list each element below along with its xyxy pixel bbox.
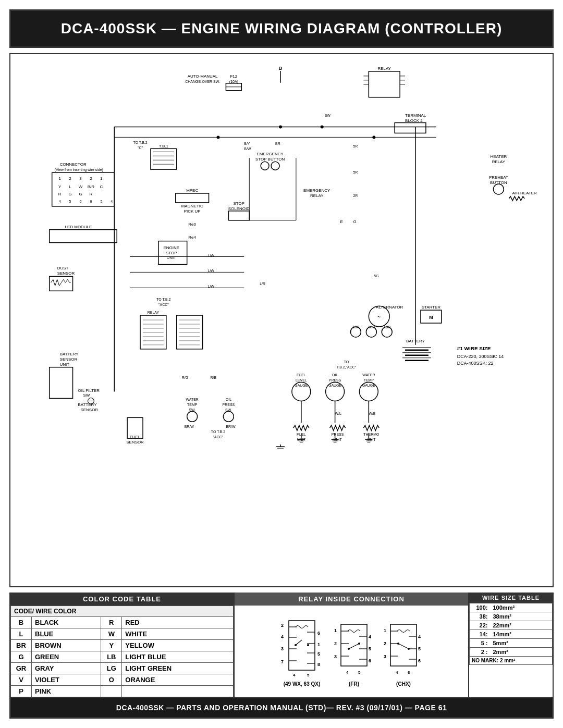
relay-1-label: (49 WX, 63 QX) [284, 681, 321, 687]
svg-text:R: R [90, 192, 93, 196]
svg-text:L/R: L/R [260, 282, 265, 286]
svg-text:5R: 5R [353, 144, 358, 148]
svg-text:3: 3 [281, 646, 284, 651]
wire-size-title: WIRE SIZE TABLE [469, 593, 553, 603]
table-row: 5 : 5mm² [470, 639, 553, 648]
color-name-orange: ORANGE [122, 674, 234, 686]
svg-point-236 [295, 644, 297, 646]
svg-line-235 [296, 640, 302, 645]
svg-text:WATER: WATER [362, 373, 375, 377]
color-code-table: COLOR CODE TABLE CODE/ WIRE COLOR B BLAC… [10, 593, 235, 697]
table-row: 38: 38mm² [470, 612, 553, 621]
svg-text:CHANGE-OVER SW.: CHANGE-OVER SW. [185, 80, 220, 83]
relay-3-label: (CHX) [396, 681, 411, 687]
svg-text:RELAY: RELAY [492, 159, 506, 164]
relay-diagram-1: 2 4 3 7 6 1 5 8 [278, 616, 325, 687]
svg-text:W/L: W/L [335, 412, 342, 415]
svg-text:TO: TO [344, 360, 349, 364]
footer-text: DCA-400SSK — PARTS AND OPERATION MANUAL … [21, 704, 542, 712]
svg-text:OIL FILTER: OIL FILTER [78, 388, 100, 393]
relay-connection-table: RELAY INSIDE CONNECTION 2 4 3 7 [235, 593, 469, 697]
color-code-v: V [11, 674, 32, 686]
color-name-white: WHITE [122, 628, 234, 640]
tables-area: COLOR CODE TABLE CODE/ WIRE COLOR B BLAC… [9, 593, 554, 698]
svg-text:B/R: B/R [88, 184, 95, 189]
svg-text:W: W [79, 184, 83, 189]
svg-text:PREHEAT: PREHEAT [489, 175, 508, 180]
relay-diagrams-container: 2 4 3 7 6 1 5 8 [273, 606, 430, 697]
svg-text:MAGNETIC: MAGNETIC [181, 204, 203, 208]
svg-text:STOP: STOP [234, 201, 245, 206]
svg-text:5: 5 [100, 200, 102, 203]
ws-size-38: 38mm² [491, 612, 553, 621]
svg-text:G: G [68, 192, 71, 196]
svg-text:CONNECTOR: CONNECTOR [60, 162, 87, 167]
relay-diagram-3: 1 2 3 4 5 6 [383, 616, 424, 687]
svg-text:#1 WIRE SIZE: #1 WIRE SIZE [457, 346, 491, 351]
svg-text:BLOCK 2: BLOCK 2 [405, 118, 423, 123]
svg-text:OIL: OIL [332, 373, 338, 377]
svg-point-172 [279, 125, 282, 128]
svg-text:4: 4 [369, 634, 371, 639]
svg-text:BR/W: BR/W [226, 425, 236, 428]
svg-text:MPEC: MPEC [186, 188, 198, 193]
svg-text:LED MODULE: LED MODULE [65, 225, 92, 229]
color-code-w: W [101, 628, 122, 640]
table-row: 2 : 2mm² [470, 648, 553, 657]
table-row: G GREEN LB LIGHT BLUE [11, 651, 234, 663]
svg-text:T.B.2,"ACC": T.B.2,"ACC" [337, 365, 357, 369]
table-row: V VIOLET O ORANGE [11, 674, 234, 686]
svg-text:3: 3 [384, 654, 386, 659]
page-footer: DCA-400SSK — PARTS AND OPERATION MANUAL … [9, 698, 554, 719]
svg-text:G: G [353, 219, 356, 224]
svg-text:Re0: Re0 [188, 222, 196, 227]
svg-text:4: 4 [111, 200, 113, 203]
svg-text:SENSOR: SENSOR [80, 408, 98, 412]
ws-size-2: 2mm² [491, 648, 553, 657]
color-code-g: G [11, 651, 32, 663]
svg-text:SW: SW [325, 114, 331, 117]
svg-text:E: E [340, 219, 343, 224]
svg-text:L/W: L/W [208, 254, 215, 257]
svg-text:6: 6 [90, 200, 92, 203]
svg-text:G: G [79, 192, 82, 196]
svg-text:BR/W: BR/W [185, 425, 194, 428]
svg-text:4: 4 [396, 670, 398, 675]
svg-text:2: 2 [334, 641, 337, 646]
svg-text:1: 1 [334, 628, 337, 633]
color-code-p: P [11, 686, 32, 697]
table-row: 14: 14mm² [470, 630, 553, 639]
ws-num-14: 14: [470, 630, 491, 639]
svg-point-255 [358, 643, 360, 645]
svg-text:TO T.B.2: TO T.B.2 [211, 430, 225, 434]
svg-text:BATTERY: BATTERY [60, 352, 79, 356]
table-row: 22: 22mm² [470, 621, 553, 630]
table-row: 100: 100mm² [470, 603, 553, 612]
svg-text:UNIT: UNIT [60, 362, 70, 367]
ws-size-5: 5mm² [491, 639, 553, 648]
svg-text:"ACC": "ACC" [158, 303, 169, 306]
svg-text:4: 4 [418, 634, 421, 639]
svg-text:PRESS: PRESS [332, 433, 344, 436]
svg-text:RELAY: RELAY [148, 311, 160, 314]
svg-text:5G: 5G [374, 274, 378, 278]
svg-text:HEATER: HEATER [491, 154, 507, 159]
svg-text:SENSOR: SENSOR [57, 271, 75, 276]
color-name-red: RED [122, 617, 234, 628]
color-code-lb: LB [101, 651, 122, 663]
ws-size-14: 14mm² [491, 630, 553, 639]
svg-text:STARTER: STARTER [422, 305, 441, 310]
svg-text:L: L [69, 184, 71, 189]
svg-line-271 [398, 644, 409, 649]
svg-text:3: 3 [79, 176, 82, 181]
svg-text:2R: 2R [353, 194, 358, 198]
svg-text:1: 1 [317, 642, 320, 647]
table-row: BR BROWN Y YELLOW [11, 640, 234, 651]
svg-text:B/Y: B/Y [244, 142, 250, 145]
svg-text:PICK UP: PICK UP [184, 209, 201, 214]
svg-text:SENSOR: SENSOR [126, 440, 144, 445]
svg-text:STOP BUTTON: STOP BUTTON [255, 157, 285, 162]
svg-text:SW: SW [83, 393, 90, 398]
ws-nomark: NO MARK: 2 mm² [470, 657, 553, 665]
svg-text:AIR HEATER: AIR HEATER [512, 191, 537, 195]
